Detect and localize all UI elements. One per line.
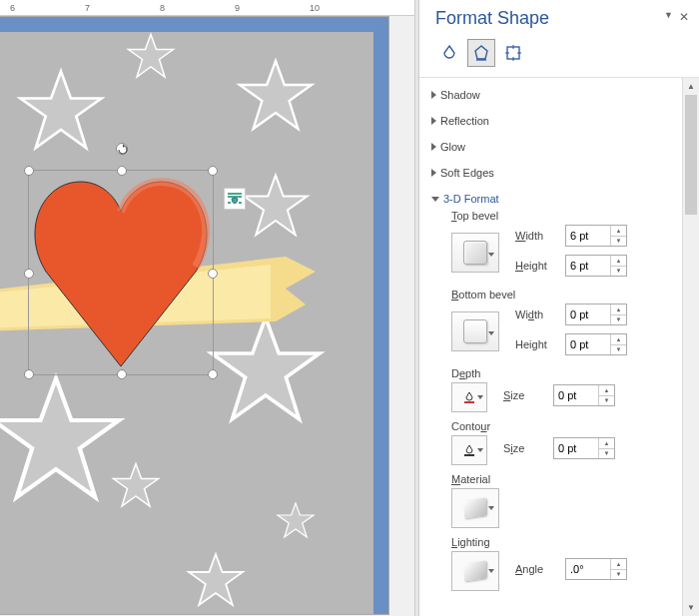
svg-marker-6 xyxy=(114,464,159,507)
svg-rect-12 xyxy=(228,193,242,195)
top-bevel-picker[interactable] xyxy=(451,233,499,273)
lighting-angle-input[interactable]: ▲▼ xyxy=(565,558,627,580)
svg-marker-7 xyxy=(278,503,314,537)
section-shadow[interactable]: Shadow xyxy=(431,86,674,104)
depth-color-picker[interactable] xyxy=(451,382,487,412)
lighting-angle-label: Angle xyxy=(515,563,559,575)
svg-marker-8 xyxy=(189,554,243,605)
tab-fill-line[interactable] xyxy=(435,39,463,67)
star-shape xyxy=(126,32,176,82)
svg-marker-16 xyxy=(475,46,487,59)
tab-effects[interactable] xyxy=(467,39,495,67)
star-shape xyxy=(0,371,126,511)
contour-size-input[interactable]: ▲▼ xyxy=(553,437,615,459)
panel-window-controls: ▼ ✕ xyxy=(664,10,689,24)
star-shape xyxy=(276,501,316,541)
svg-marker-11 xyxy=(123,144,125,148)
close-icon[interactable]: ✕ xyxy=(679,10,689,24)
top-bevel-height-label: Height xyxy=(515,260,559,272)
svg-rect-24 xyxy=(464,454,474,456)
depth-size-label: Size xyxy=(503,389,547,401)
bottom-bevel-label: Bottom bevel xyxy=(451,289,674,301)
depth-label: Depth xyxy=(451,367,674,379)
page xyxy=(0,16,389,615)
svg-marker-0 xyxy=(21,72,102,149)
panel-menu-icon[interactable]: ▼ xyxy=(664,10,673,24)
svg-marker-4 xyxy=(0,378,119,497)
horizontal-ruler: 6 7 8 9 10 xyxy=(0,0,414,16)
depth-size-input[interactable]: ▲▼ xyxy=(553,384,615,406)
top-bevel-width-input[interactable]: ▲▼ xyxy=(565,225,627,247)
format-shape-panel: ▼ ✕ Format Shape Shadow Reflection Glow … xyxy=(419,0,699,616)
bottom-bevel-height-label: Height xyxy=(515,338,559,350)
section-glow[interactable]: Glow xyxy=(431,138,674,156)
scroll-up-button[interactable]: ▲ xyxy=(683,78,699,95)
rotation-handle[interactable] xyxy=(116,143,128,155)
bottom-bevel-width-label: Width xyxy=(515,308,559,320)
svg-marker-1 xyxy=(129,35,174,78)
contour-label: Contour xyxy=(451,420,674,432)
svg-marker-3 xyxy=(245,176,308,236)
top-bevel-width-label: Width xyxy=(515,230,559,242)
section-reflection[interactable]: Reflection xyxy=(431,112,674,130)
tab-layout-properties[interactable] xyxy=(499,39,527,67)
star-shape xyxy=(186,551,246,611)
material-label: Material xyxy=(451,473,674,485)
panel-tabs xyxy=(419,33,699,78)
star-shape xyxy=(241,172,311,242)
layout-options-button[interactable] xyxy=(224,188,246,210)
scroll-thumb[interactable] xyxy=(685,95,697,215)
bottom-bevel-width-input[interactable]: ▲▼ xyxy=(565,304,627,325)
top-bevel-label: Top bevel xyxy=(451,210,674,222)
selection-bounding-box[interactable] xyxy=(28,170,214,375)
lighting-label: Lighting xyxy=(451,536,674,548)
document-canvas[interactable]: 6 7 8 9 10 xyxy=(0,0,414,616)
top-bevel-height-input[interactable]: ▲▼ xyxy=(565,255,627,277)
section-3d-format[interactable]: 3-D Format xyxy=(431,190,674,208)
bottom-bevel-picker[interactable] xyxy=(451,311,499,351)
star-shape xyxy=(16,67,106,157)
contour-color-picker[interactable] xyxy=(451,435,487,465)
scroll-down-button[interactable]: ▼ xyxy=(683,599,699,616)
panel-title: Format Shape xyxy=(435,8,683,29)
star-shape xyxy=(236,57,316,137)
panel-scrollbar[interactable]: ▲ ▼ xyxy=(682,78,699,616)
section-soft-edges[interactable]: Soft Edges xyxy=(431,164,674,182)
svg-marker-2 xyxy=(240,61,312,129)
svg-rect-15 xyxy=(239,202,242,204)
bottom-bevel-height-input[interactable]: ▲▼ xyxy=(565,333,627,355)
star-shape xyxy=(111,461,161,511)
contour-size-label: Size xyxy=(503,442,547,454)
material-picker[interactable] xyxy=(451,488,499,528)
svg-rect-23 xyxy=(464,401,474,403)
svg-rect-14 xyxy=(228,202,231,204)
lighting-picker[interactable] xyxy=(451,551,499,591)
